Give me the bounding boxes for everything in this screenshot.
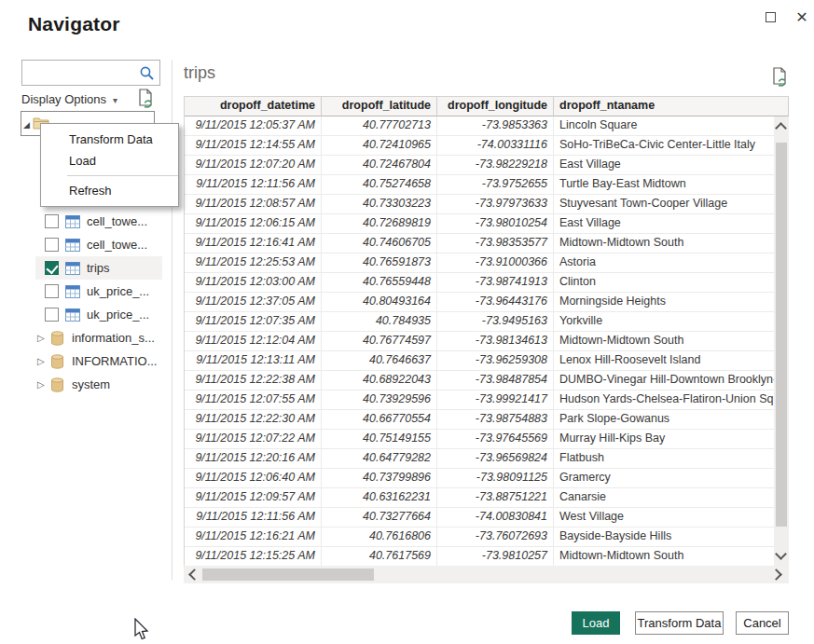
cell-dropoff_ntaname: Midtown-Midtown South — [554, 234, 789, 253]
table-row: 9/11/2015 12:07:55 AM40.73929596-73.9992… — [185, 391, 789, 410]
tree-item-cell-towe[interactable]: cell_towe... — [35, 210, 162, 233]
checkbox-unchecked[interactable] — [45, 308, 59, 322]
cell-dropoff_latitude: 40.73303223 — [322, 195, 437, 214]
menu-item-transform-data[interactable]: Transform Data — [41, 129, 178, 150]
refresh-table-icon[interactable] — [770, 67, 789, 88]
close-icon: ✕ — [795, 8, 807, 26]
scroll-up-icon[interactable] — [775, 122, 787, 134]
cell-dropoff_latitude: 40.77702713 — [322, 116, 437, 136]
table-icon — [65, 239, 80, 252]
cell-dropoff_longitude: -73.97645569 — [437, 430, 554, 449]
expand-chevron-icon[interactable]: ▷ — [37, 333, 48, 343]
cell-dropoff_datetime: 9/11/2015 12:06:40 AM — [185, 469, 322, 488]
cell-dropoff_ntaname: East Village — [554, 214, 789, 234]
tree-item-uk-price[interactable]: uk_price_... — [35, 303, 162, 326]
tree-item-uk-price[interactable]: uk_price_... — [35, 280, 162, 303]
scroll-right-icon[interactable] — [770, 569, 782, 581]
cell-dropoff_datetime: 9/11/2015 12:22:38 AM — [185, 371, 322, 391]
table-row: 9/11/2015 12:12:04 AM40.76774597-73.9813… — [185, 332, 789, 351]
table-icon — [65, 308, 80, 322]
table-header-row: dropoff_datetimedropoff_latitudedropoff_… — [185, 97, 789, 116]
expand-chevron-icon[interactable]: ▷ — [37, 379, 48, 390]
tree-item-label: uk_price_... — [87, 308, 149, 322]
cell-dropoff_longitude: -73.96569824 — [437, 449, 554, 469]
preview-table: dropoff_datetimedropoff_latitudedropoff_… — [184, 96, 789, 567]
cell-dropoff_latitude: 40.73799896 — [322, 469, 437, 488]
menu-item-refresh[interactable]: Refresh — [41, 180, 178, 201]
cell-dropoff_latitude: 40.7616806 — [322, 528, 437, 547]
cell-dropoff_latitude: 40.80493164 — [322, 293, 437, 312]
table-row: 9/11/2015 12:07:22 AM40.75149155-73.9764… — [185, 430, 789, 449]
cell-dropoff_datetime: 9/11/2015 12:22:30 AM — [185, 410, 322, 430]
refresh-preview-icon[interactable] — [136, 89, 155, 109]
context-menu: Transform Data Load Refresh — [40, 123, 179, 207]
expand-chevron-icon[interactable]: ▷ — [37, 356, 48, 366]
cell-dropoff_ntaname: East Village — [554, 156, 789, 175]
database-icon — [50, 377, 65, 392]
tree-item-informatio[interactable]: ▷INFORMATIO... — [35, 349, 162, 373]
cancel-button[interactable]: Cancel — [736, 611, 789, 635]
cell-dropoff_ntaname: Lincoln Square — [554, 116, 789, 136]
vertical-scroll-thumb[interactable] — [776, 143, 787, 527]
scroll-left-icon[interactable] — [188, 569, 200, 581]
cell-dropoff_ntaname: Bayside-Bayside Hills — [554, 528, 789, 547]
checkbox-unchecked[interactable] — [45, 284, 59, 298]
display-options-dropdown[interactable]: Display Options▾ — [21, 92, 117, 106]
cell-dropoff_latitude: 40.73277664 — [322, 508, 437, 528]
cell-dropoff_latitude: 40.75149155 — [322, 430, 437, 449]
cell-dropoff_latitude: 40.63162231 — [322, 488, 437, 508]
cell-dropoff_datetime: 9/11/2015 12:16:41 AM — [185, 234, 322, 253]
tree-item-information-s[interactable]: ▷information_s... — [35, 326, 162, 349]
table-row: 9/11/2015 12:20:16 AM40.64779282-73.9656… — [185, 449, 789, 469]
table-row: 9/11/2015 12:37:05 AM40.80493164-73.9644… — [185, 293, 789, 312]
menu-item-load[interactable]: Load — [41, 150, 178, 171]
cell-dropoff_ntaname: Yorkville — [554, 312, 789, 332]
cell-dropoff_ntaname: Midtown-Midtown South — [554, 547, 789, 567]
vertical-scrollbar[interactable] — [774, 116, 789, 566]
cell-dropoff_longitude: -73.98741913 — [437, 273, 554, 293]
maximize-icon — [766, 12, 776, 22]
cell-dropoff_latitude: 40.68922043 — [322, 371, 437, 391]
maximize-button[interactable] — [759, 6, 781, 28]
checkbox-unchecked[interactable] — [45, 238, 59, 252]
horizontal-scroll-thumb[interactable] — [202, 569, 374, 581]
checkbox-unchecked[interactable] — [45, 214, 59, 228]
transform-data-button[interactable]: Transform Data — [635, 611, 724, 635]
cell-dropoff_ntaname: SoHo-TriBeCa-Civic Center-Little Italy — [554, 136, 789, 156]
cell-dropoff_datetime: 9/11/2015 12:06:15 AM — [185, 214, 322, 234]
cell-dropoff_latitude: 40.76591873 — [322, 253, 437, 273]
cell-dropoff_ntaname: Gramercy — [554, 469, 789, 488]
cell-dropoff_ntaname: Canarsie — [554, 488, 789, 508]
cell-dropoff_latitude: 40.7617569 — [322, 547, 437, 567]
cell-dropoff_longitude: -73.9810257 — [437, 547, 554, 567]
checkbox-checked[interactable] — [45, 261, 59, 275]
search-input[interactable] — [26, 63, 136, 82]
database-icon — [50, 354, 65, 369]
tree-item-label: information_s... — [72, 331, 155, 345]
horizontal-scrollbar[interactable] — [184, 566, 789, 583]
cell-dropoff_longitude: -73.99921417 — [437, 391, 554, 410]
cell-dropoff_latitude: 40.76774597 — [322, 332, 437, 351]
scroll-down-icon[interactable] — [775, 548, 787, 560]
cell-dropoff_longitude: -73.98353577 — [437, 234, 554, 253]
cell-dropoff_latitude: 40.74606705 — [322, 234, 437, 253]
column-header-dropoff_longitude: dropoff_longitude — [437, 97, 554, 116]
tree-item-trips[interactable]: trips — [35, 256, 162, 280]
table-row: 9/11/2015 12:03:00 AM40.76559448-73.9874… — [185, 273, 789, 293]
tree-item-cell-towe[interactable]: cell_towe... — [35, 233, 162, 256]
close-button[interactable]: ✕ — [791, 6, 813, 28]
cell-dropoff_ntaname: Turtle Bay-East Midtown — [554, 175, 789, 195]
tree-item-system[interactable]: ▷system — [35, 373, 162, 396]
cell-dropoff_longitude: -73.96443176 — [437, 293, 554, 312]
cell-dropoff_latitude: 40.75274658 — [322, 175, 437, 195]
navigator-dialog: Navigator ✕ Display Options▾ ◢ cell_towe… — [0, 0, 814, 644]
load-button[interactable]: Load — [572, 611, 620, 635]
cell-dropoff_datetime: 9/11/2015 12:07:20 AM — [185, 156, 322, 175]
cell-dropoff_latitude: 40.72410965 — [322, 136, 437, 156]
table-row: 9/11/2015 12:16:21 AM40.7616806-73.76072… — [185, 528, 789, 547]
cell-dropoff_ntaname: Stuyvesant Town-Cooper Village — [554, 195, 789, 214]
cell-dropoff_longitude: -73.96259308 — [437, 351, 554, 371]
table-row: 9/11/2015 12:15:25 AM40.7617569-73.98102… — [185, 547, 789, 567]
search-icon[interactable] — [139, 65, 155, 81]
cell-dropoff_ntaname: Morningside Heights — [554, 293, 789, 312]
